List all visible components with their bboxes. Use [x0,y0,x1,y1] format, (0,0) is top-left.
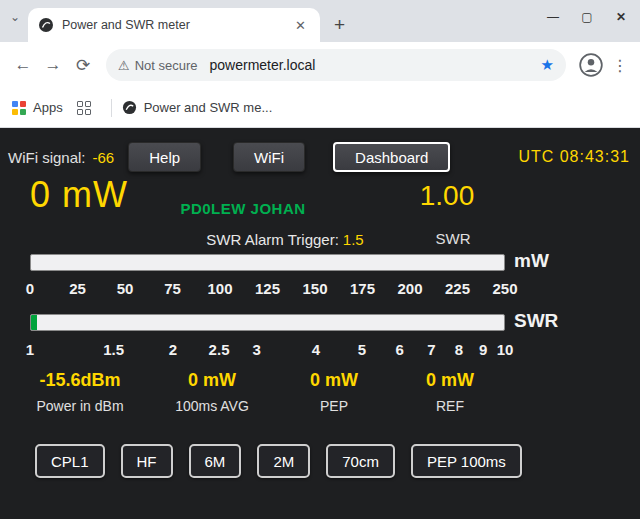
power-tick: 0 [26,280,34,297]
reading-value: 0 mW [175,370,249,391]
wifi-button[interactable]: WiFi [233,142,305,172]
power-scale: 0 25 50 75 100 125 150 175 200 225 250 [30,280,505,298]
reading-label: PEP [310,398,358,414]
swr-alarm-trigger: SWR Alarm Trigger:1.5 [206,231,363,248]
pep-100ms-button[interactable]: PEP 100ms [411,444,522,478]
minimize-button[interactable]: — [536,4,570,30]
reading-dbm: -15.6dBm Power in dBm [36,370,123,414]
back-icon[interactable]: ← [8,55,38,75]
tab-strip: ⌄ Power and SWR meter ✕ + — ▢ ✕ [0,0,640,42]
forward-icon[interactable]: → [38,55,68,75]
browser-window: ⌄ Power and SWR meter ✕ + — ▢ ✕ ← → ⟳ ⚠ … [0,0,640,519]
page-content: WiFi signal: -66 Help WiFi Dashboard UTC… [0,128,640,519]
power-tick: 250 [492,280,517,297]
power-meter-bar [30,254,505,271]
url-text[interactable]: powermeter.local [210,57,541,73]
power-tick: 75 [164,280,181,297]
swr-bar-unit-label: SWR [514,310,558,332]
reading-value: -15.6dBm [36,370,123,391]
reading-avg: 0 mW 100ms AVG [175,370,249,414]
swr-meter-bar [30,314,505,331]
hf-button[interactable]: HF [121,444,173,478]
reading-label: 100ms AVG [175,398,249,414]
power-tick: 125 [255,280,280,297]
maximize-button[interactable]: ▢ [570,4,604,30]
swr-alarm-value: 1.5 [343,231,364,248]
swr-caption: SWR [436,230,471,247]
swr-tick: 2 [169,341,177,358]
bookmark-item[interactable]: Power and SWR me... [144,100,273,115]
swr-tick: 7 [427,341,435,358]
reading-label: REF [426,398,474,414]
bookmarks-bar: Apps Power and SWR me... [0,88,640,128]
security-label[interactable]: Not secure [135,58,198,73]
top-row: WiFi signal: -66 Help WiFi Dashboard UTC… [0,142,640,172]
browser-tab[interactable]: Power and SWR meter ✕ [28,8,320,42]
tab-title: Power and SWR meter [62,18,291,32]
help-button[interactable]: Help [128,142,201,172]
new-tab-button[interactable]: + [334,15,345,34]
power-tick: 50 [117,280,134,297]
reading-ref: 0 mW REF [426,370,474,414]
close-window-button[interactable]: ✕ [604,4,638,30]
bookmark-favicon-icon [122,100,137,115]
power-tick: 200 [397,280,422,297]
swr-tick: 9 [479,341,487,358]
profile-avatar-icon[interactable] [578,52,604,78]
70cm-button[interactable]: 70cm [326,444,395,478]
reading-value: 0 mW [426,370,474,391]
power-tick: 100 [207,280,232,297]
reading-pep: 0 mW PEP [310,370,358,414]
callsign: PD0LEW JOHAN [180,200,305,217]
window-controls: — ▢ ✕ [536,4,638,30]
site-favicon-icon [38,17,54,33]
address-bar[interactable]: ⚠ Not secure powermeter.local ★ [106,49,566,81]
cpl1-button[interactable]: CPL1 [35,444,105,478]
tab-search-chevron-icon[interactable]: ⌄ [10,10,20,24]
wifi-signal-label: WiFi signal: [8,149,86,166]
swr-tick: 1 [26,341,34,358]
apps-grid-icon[interactable] [12,101,26,115]
apps-label[interactable]: Apps [33,100,63,115]
swr-tick: 2.5 [209,341,230,358]
utc-time: UTC 08:43:31 [518,148,630,166]
browser-menu-icon[interactable]: ⋮ [608,56,632,75]
wifi-signal-value: -66 [93,149,115,166]
swr-meter-fill [31,315,37,330]
power-bar-unit-label: mW [514,250,549,272]
power-tick: 175 [350,280,375,297]
swr-main-value: 1.00 [420,180,475,212]
not-secure-warning-icon[interactable]: ⚠ [118,58,130,73]
swr-tick: 10 [497,341,514,358]
swr-tick: 4 [312,341,320,358]
power-main-value: 0 mW [30,174,128,216]
swr-tick: 1.5 [103,341,124,358]
swr-tick: 3 [252,341,260,358]
navigation-bar: ← → ⟳ ⚠ Not secure powermeter.local ★ ⋮ [0,42,640,88]
tab-close-icon[interactable]: ✕ [291,16,310,35]
power-tick: 150 [302,280,327,297]
bookmark-star-icon[interactable]: ★ [541,56,554,74]
swr-tick: 6 [395,341,403,358]
dashboard-button[interactable]: Dashboard [333,142,450,172]
swr-tick: 5 [358,341,366,358]
2m-button[interactable]: 2M [257,444,310,478]
reading-value: 0 mW [310,370,358,391]
swr-scale: 1 1.5 2 2.5 3 4 5 6 7 8 9 10 [30,341,505,359]
swr-tick: 8 [455,341,463,358]
swr-alarm-label: SWR Alarm Trigger: [206,231,339,248]
6m-button[interactable]: 6M [189,444,242,478]
bookmarks-separator [111,99,112,117]
power-tick: 225 [445,280,470,297]
reading-label: Power in dBm [36,398,123,414]
apps-shortcut-grid-icon[interactable] [77,101,91,115]
power-tick: 25 [69,280,86,297]
band-button-row: CPL1 HF 6M 2M 70cm PEP 100ms [35,444,522,478]
reload-icon[interactable]: ⟳ [68,55,98,76]
